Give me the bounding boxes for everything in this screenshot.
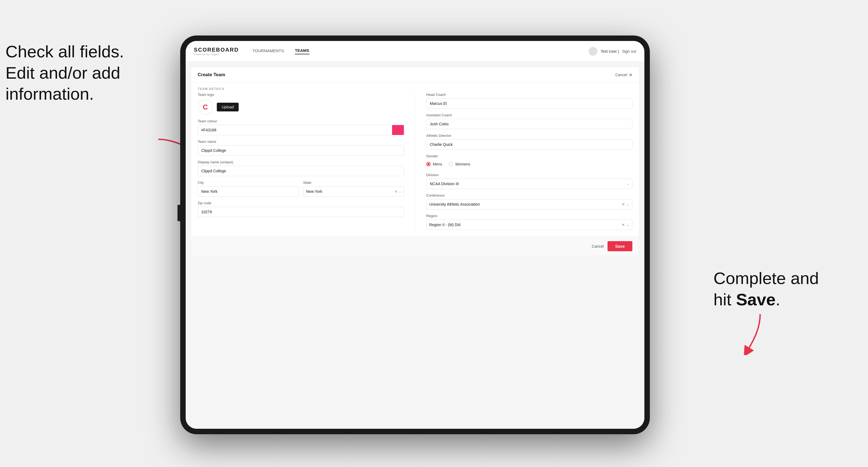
- assistant-coach-field: Assistant Coach: [426, 113, 632, 129]
- head-coach-input[interactable]: [426, 98, 632, 109]
- conference-clear-icon[interactable]: ✕: [622, 202, 625, 207]
- instruction-line1: Check all fields.: [5, 42, 124, 61]
- athletic-director-input[interactable]: [426, 139, 632, 150]
- zip-label: Zip code: [198, 201, 404, 205]
- display-name-label: Display name (unique): [198, 160, 404, 164]
- user-avatar: [589, 47, 597, 56]
- team-colour-field: Team colour: [198, 119, 404, 135]
- state-value: New York: [306, 189, 395, 194]
- display-name-input[interactable]: [198, 166, 404, 176]
- nav-links: TOURNAMENTS TEAMS: [252, 48, 309, 54]
- form-footer: Cancel Save: [191, 237, 639, 256]
- cancel-button-footer[interactable]: Cancel: [592, 244, 604, 249]
- region-value: Region II - (M) DIII: [429, 223, 622, 227]
- logo-sub-text: Powered by clippd: [194, 53, 239, 56]
- instruction-right: Complete and hit Save.: [713, 268, 819, 310]
- athletic-director-label: Athletic Director: [426, 133, 632, 138]
- cancel-button-top[interactable]: Cancel ✕: [615, 72, 632, 77]
- instruction-line3: information.: [5, 84, 94, 103]
- tablet-device: SCOREBOARD Powered by clippd TOURNAMENTS…: [180, 35, 650, 434]
- instruction-line2: Edit and/or add: [5, 63, 120, 82]
- state-label: State: [303, 181, 404, 185]
- assistant-coach-input[interactable]: [426, 119, 632, 129]
- form-right-column: Head Coach Assistant Coach Athletic Dire…: [415, 93, 632, 230]
- instruction-left: Check all fields. Edit and/or add inform…: [5, 41, 124, 104]
- logo-area: C Upload: [198, 99, 404, 115]
- gender-womens-radio[interactable]: [448, 162, 453, 166]
- team-logo-field: Team logo C Upload: [198, 93, 404, 115]
- state-dropdown-icon: ⌄: [399, 190, 401, 193]
- gender-womens-option[interactable]: Womens: [448, 162, 470, 166]
- nav-tournaments[interactable]: TOURNAMENTS: [252, 48, 284, 54]
- region-label: Region: [426, 214, 632, 218]
- sign-out-link[interactable]: Sign out: [622, 49, 636, 54]
- division-label: Division: [426, 173, 632, 177]
- division-field: Division NCAA Division III ⌄: [426, 173, 632, 189]
- gender-mens-radio[interactable]: [426, 162, 431, 166]
- team-name-label: Team name: [198, 139, 404, 144]
- gender-field: Gender Mens Womens: [426, 154, 632, 168]
- gender-mens-label: Mens: [433, 162, 442, 166]
- zip-input[interactable]: [198, 207, 404, 217]
- colour-input[interactable]: [198, 125, 392, 135]
- city-state-row: City State New York ✕ ⌄: [198, 181, 404, 197]
- instruction-right-post: .: [776, 290, 780, 309]
- upload-button[interactable]: Upload: [217, 103, 239, 112]
- cancel-label-top: Cancel: [615, 73, 627, 77]
- form-title: Create Team: [198, 72, 225, 77]
- region-dropdown-icon: ⌄: [627, 223, 629, 227]
- gender-radio-group: Mens Womens: [426, 160, 632, 168]
- conference-dropdown-icon: ⌄: [627, 203, 629, 206]
- city-label: City: [198, 181, 299, 185]
- page-content: Create Team Cancel ✕ TEAM DETAILS Team l…: [186, 62, 644, 429]
- region-field: Region Region II - (M) DIII ✕ ⌄: [426, 214, 632, 230]
- state-select[interactable]: New York ✕ ⌄: [303, 186, 404, 197]
- section-label: TEAM DETAILS: [191, 83, 639, 93]
- team-logo-circle: C: [198, 99, 213, 115]
- nav-teams[interactable]: TEAMS: [295, 48, 309, 54]
- state-clear-icon[interactable]: ✕: [395, 190, 398, 194]
- logo-main-text: SCOREBOARD: [194, 47, 239, 53]
- conference-field: Conference University Athletic Associati…: [426, 193, 632, 210]
- colour-input-wrapper: [198, 125, 404, 135]
- form-left-column: Team logo C Upload Team colour: [198, 93, 415, 230]
- division-select[interactable]: NCAA Division III: [426, 179, 632, 189]
- user-name: Test User |: [601, 49, 619, 54]
- athletic-director-field: Athletic Director: [426, 133, 632, 150]
- team-colour-label: Team colour: [198, 119, 404, 123]
- display-name-field: Display name (unique): [198, 160, 404, 176]
- instruction-right-line1: Complete and: [713, 269, 819, 287]
- save-button[interactable]: Save: [608, 241, 632, 251]
- zip-field: Zip code: [198, 201, 404, 217]
- conference-value: University Athletic Association: [429, 202, 622, 207]
- form-header: Create Team Cancel ✕: [191, 67, 639, 83]
- app-logo: SCOREBOARD Powered by clippd: [194, 47, 239, 56]
- gender-mens-option[interactable]: Mens: [426, 162, 442, 166]
- division-select-wrapper: NCAA Division III ⌄: [426, 179, 632, 189]
- team-name-input[interactable]: [198, 145, 404, 156]
- navbar: SCOREBOARD Powered by clippd TOURNAMENTS…: [186, 41, 644, 62]
- close-icon: ✕: [629, 72, 632, 77]
- tablet-screen: SCOREBOARD Powered by clippd TOURNAMENTS…: [186, 41, 644, 429]
- instruction-right-pre: hit: [713, 290, 736, 309]
- instruction-right-bold: Save: [736, 290, 776, 309]
- region-select[interactable]: Region II - (M) DIII ✕ ⌄: [426, 220, 632, 230]
- annotation-arrow-right: [738, 311, 782, 356]
- team-logo-label: Team logo: [198, 93, 404, 97]
- state-field: State New York ✕ ⌄: [303, 181, 404, 197]
- gender-label: Gender: [426, 154, 632, 158]
- form-body: Team logo C Upload Team colour: [191, 93, 639, 237]
- create-team-form: Create Team Cancel ✕ TEAM DETAILS Team l…: [191, 67, 639, 256]
- assistant-coach-label: Assistant Coach: [426, 113, 632, 117]
- logo-letter: C: [203, 103, 208, 112]
- city-field: City: [198, 181, 299, 197]
- city-input[interactable]: [198, 186, 299, 197]
- head-coach-label: Head Coach: [426, 93, 632, 97]
- head-coach-field: Head Coach: [426, 93, 632, 109]
- team-name-field: Team name: [198, 139, 404, 156]
- conference-label: Conference: [426, 193, 632, 197]
- conference-select[interactable]: University Athletic Association ✕ ⌄: [426, 199, 632, 210]
- gender-womens-label: Womens: [455, 162, 470, 166]
- colour-swatch[interactable]: [392, 125, 404, 135]
- region-clear-icon[interactable]: ✕: [622, 223, 625, 227]
